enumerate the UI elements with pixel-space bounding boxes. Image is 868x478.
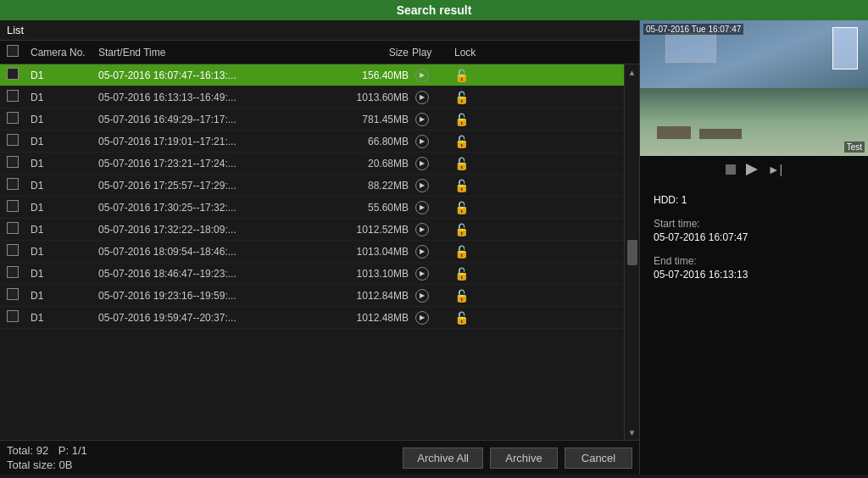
row-checkbox[interactable]: [7, 288, 19, 300]
lock-icon[interactable]: 🔓: [454, 113, 469, 126]
lock-icon[interactable]: 🔓: [454, 311, 469, 325]
table-row[interactable]: D1 05-07-2016 19:23:16--19:59:... 1012.8…: [0, 285, 624, 307]
play-button[interactable]: [746, 164, 758, 175]
row-checkbox[interactable]: [7, 178, 19, 190]
row-play[interactable]: ▶: [412, 134, 454, 148]
table-row[interactable]: D1 05-07-2016 17:19:01--17:21:... 66.80M…: [0, 131, 624, 153]
row-lock[interactable]: 🔓: [454, 245, 522, 258]
play-icon[interactable]: ▶: [415, 157, 429, 170]
lock-icon[interactable]: 🔓: [454, 135, 469, 148]
table-row[interactable]: D1 05-07-2016 16:13:13--16:49:... 1013.6…: [0, 86, 624, 108]
row-checkbox[interactable]: [7, 156, 19, 168]
scroll-up-arrow[interactable]: ▲: [626, 66, 638, 78]
row-check[interactable]: [7, 68, 31, 82]
row-lock[interactable]: 🔓: [454, 223, 522, 236]
row-play[interactable]: ▶: [412, 310, 454, 325]
scroll-thumb[interactable]: [627, 240, 637, 265]
play-icon[interactable]: ▶: [415, 245, 429, 258]
header-check[interactable]: [7, 45, 31, 59]
table-row[interactable]: D1 05-07-2016 17:23:21--17:24:... 20.68M…: [0, 153, 624, 175]
archive-all-button[interactable]: Archive All: [403, 447, 483, 469]
lock-icon[interactable]: 🔓: [454, 267, 469, 281]
archive-button[interactable]: Archive: [490, 447, 558, 469]
play-icon[interactable]: ▶: [415, 223, 429, 236]
lock-icon[interactable]: 🔓: [454, 157, 469, 170]
footer-totals: Total: 92 P: 1/1: [7, 444, 87, 457]
cancel-button[interactable]: Cancel: [565, 447, 632, 469]
row-lock[interactable]: 🔓: [454, 91, 522, 104]
row-lock[interactable]: 🔓: [454, 311, 522, 325]
row-play[interactable]: ▶: [412, 156, 454, 170]
row-check[interactable]: [7, 288, 31, 303]
table-row[interactable]: D1 05-07-2016 16:49:29--17:17:... 781.45…: [0, 108, 624, 131]
hdd-value: HDD: 1: [654, 194, 687, 206]
row-size: 66.80MB: [319, 136, 412, 147]
row-check[interactable]: [7, 310, 31, 325]
row-play[interactable]: ▶: [412, 222, 454, 236]
row-check[interactable]: [7, 244, 31, 258]
play-icon[interactable]: ▶: [415, 179, 429, 192]
row-lock[interactable]: 🔓: [454, 69, 522, 82]
row-play[interactable]: ▶: [412, 288, 454, 303]
play-icon[interactable]: ▶: [415, 91, 429, 104]
row-checkbox[interactable]: [7, 310, 19, 322]
table-row[interactable]: D1 05-07-2016 17:30:25--17:32:... 55.60M…: [0, 197, 624, 219]
lock-icon[interactable]: 🔓: [454, 179, 469, 192]
row-play[interactable]: ▶: [412, 68, 454, 82]
row-play[interactable]: ▶: [412, 266, 454, 281]
row-lock[interactable]: 🔓: [454, 201, 522, 214]
row-checkbox[interactable]: [7, 68, 19, 80]
row-checkbox[interactable]: [7, 200, 19, 212]
row-checkbox[interactable]: [7, 134, 19, 146]
header-checkbox[interactable]: [7, 45, 19, 57]
play-icon[interactable]: ▶: [415, 113, 429, 126]
row-check[interactable]: [7, 156, 31, 170]
row-lock[interactable]: 🔓: [454, 289, 522, 303]
table-row[interactable]: D1 05-07-2016 16:07:47--16:13:... 156.40…: [0, 64, 624, 86]
row-check[interactable]: [7, 90, 31, 104]
lock-icon[interactable]: 🔓: [454, 91, 469, 104]
scroll-down-arrow[interactable]: ▼: [626, 426, 638, 438]
play-icon[interactable]: ▶: [415, 201, 429, 214]
lock-icon[interactable]: 🔓: [454, 245, 469, 258]
row-check[interactable]: [7, 112, 31, 126]
lock-icon[interactable]: 🔓: [454, 69, 469, 82]
row-checkbox[interactable]: [7, 244, 19, 256]
next-button[interactable]: ►|: [768, 163, 783, 176]
row-check[interactable]: [7, 200, 31, 214]
row-checkbox[interactable]: [7, 90, 19, 102]
row-checkbox[interactable]: [7, 112, 19, 124]
row-check[interactable]: [7, 222, 31, 236]
row-play[interactable]: ▶: [412, 178, 454, 192]
play-icon[interactable]: ▶: [415, 311, 429, 325]
row-checkbox[interactable]: [7, 266, 19, 278]
row-play[interactable]: ▶: [412, 244, 454, 258]
play-icon[interactable]: ▶: [415, 267, 429, 281]
table-row[interactable]: D1 05-07-2016 18:46:47--19:23:... 1013.1…: [0, 263, 624, 285]
row-lock[interactable]: 🔓: [454, 267, 522, 281]
row-lock[interactable]: 🔓: [454, 179, 522, 192]
row-check[interactable]: [7, 266, 31, 281]
table-row[interactable]: D1 05-07-2016 18:09:54--18:46:... 1013.0…: [0, 241, 624, 263]
lock-icon[interactable]: 🔓: [454, 289, 469, 303]
play-icon[interactable]: ▶: [415, 69, 429, 82]
table-body[interactable]: D1 05-07-2016 16:07:47--16:13:... 156.40…: [0, 64, 624, 440]
scrollbar[interactable]: ▲ ▼: [624, 64, 639, 440]
lock-icon[interactable]: 🔓: [454, 201, 469, 214]
row-play[interactable]: ▶: [412, 112, 454, 126]
table-row[interactable]: D1 05-07-2016 19:59:47--20:37:... 1012.4…: [0, 307, 624, 329]
row-lock[interactable]: 🔓: [454, 113, 522, 126]
row-checkbox[interactable]: [7, 222, 19, 234]
row-check[interactable]: [7, 134, 31, 148]
lock-icon[interactable]: 🔓: [454, 223, 469, 236]
row-check[interactable]: [7, 178, 31, 192]
play-icon[interactable]: ▶: [415, 289, 429, 303]
play-icon[interactable]: ▶: [415, 135, 429, 148]
row-lock[interactable]: 🔓: [454, 135, 522, 148]
row-lock[interactable]: 🔓: [454, 157, 522, 170]
row-play[interactable]: ▶: [412, 200, 454, 214]
table-row[interactable]: D1 05-07-2016 17:25:57--17:29:... 88.22M…: [0, 175, 624, 197]
table-row[interactable]: D1 05-07-2016 17:32:22--18:09:... 1012.5…: [0, 219, 624, 241]
row-play[interactable]: ▶: [412, 90, 454, 104]
stop-button[interactable]: [726, 164, 736, 175]
